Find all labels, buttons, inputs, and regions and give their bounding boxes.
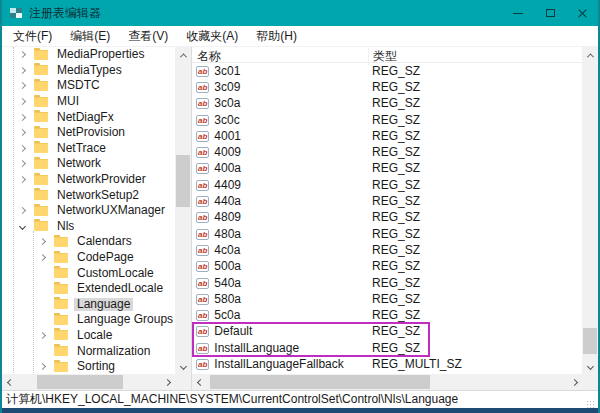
tree-item-network[interactable]: Network	[2, 156, 175, 172]
tree-item-label: Language	[74, 298, 133, 311]
tree-item-extendedlocale[interactable]: ExtendedLocale	[2, 281, 175, 297]
value-row-440a[interactable]: ab440aREG_SZ	[192, 193, 582, 209]
tree-item-netprovision[interactable]: NetProvision	[2, 125, 175, 141]
value-row-500a[interactable]: ab500aREG_SZ	[192, 259, 582, 275]
value-type: REG_SZ	[372, 293, 420, 306]
value-name: 400a	[214, 162, 241, 175]
tree-item-mui[interactable]: MUI	[2, 94, 175, 110]
scrollbar-corner	[582, 374, 598, 390]
scroll-left-arrow[interactable]	[192, 374, 208, 390]
tree-item-sorting[interactable]: Sorting	[2, 359, 175, 374]
resize-grip[interactable]	[586, 400, 594, 408]
scroll-down-arrow[interactable]	[175, 358, 191, 374]
chevron-collapsed-icon[interactable]	[20, 115, 34, 120]
value-row-default[interactable]: abDefaultREG_SZ	[192, 324, 582, 340]
chevron-collapsed-icon[interactable]	[20, 146, 34, 151]
value-row-400a[interactable]: ab400aREG_SZ	[192, 161, 582, 177]
tree-item-label: NetworkProvider	[54, 173, 149, 186]
scrollbar-thumb[interactable]	[583, 328, 597, 354]
value-type: REG_SZ	[372, 114, 420, 127]
value-name: 3c01	[214, 65, 240, 78]
chevron-collapsed-icon[interactable]	[40, 364, 54, 369]
chevron-collapsed-icon[interactable]	[20, 161, 34, 166]
close-button[interactable]	[566, 0, 598, 26]
menu-view[interactable]: 查看(V)	[119, 26, 177, 47]
minimize-icon	[513, 13, 523, 14]
string-value-icon: ab	[196, 147, 209, 158]
folder-icon	[54, 284, 68, 294]
tree-item-calendars[interactable]: Calendars	[2, 234, 175, 250]
chevron-collapsed-icon[interactable]	[40, 239, 54, 244]
value-row-540a[interactable]: ab540aREG_SZ	[192, 275, 582, 291]
chevron-collapsed-icon[interactable]	[20, 52, 34, 57]
value-row-580a[interactable]: ab580aREG_SZ	[192, 291, 582, 307]
tree-item-networkprovider[interactable]: NetworkProvider	[2, 172, 175, 188]
chevron-collapsed-icon[interactable]	[40, 333, 54, 338]
chevron-collapsed-icon[interactable]	[20, 83, 34, 88]
menu-help[interactable]: 帮助(H)	[247, 26, 306, 47]
string-value-icon: ab	[196, 98, 209, 109]
tree-item-mediatypes[interactable]: MediaTypes	[2, 63, 175, 79]
tree-item-netdiagfx[interactable]: NetDiagFx	[2, 109, 175, 125]
maximize-button[interactable]	[534, 0, 566, 26]
value-row-4809[interactable]: ab4809REG_SZ	[192, 210, 582, 226]
tree-item-label: NetworkUXManager	[54, 204, 168, 217]
list-vertical-scrollbar[interactable]	[582, 47, 598, 374]
chevron-collapsed-icon[interactable]	[40, 255, 54, 260]
values-list-panel: 名称 类型 ab3c01REG_SZab3c09REG_SZab3c0aREG_…	[192, 47, 598, 390]
value-row-3c09[interactable]: ab3c09REG_SZ	[192, 79, 582, 95]
tree-item-nettrace[interactable]: NetTrace	[2, 141, 175, 157]
scrollbar-thumb[interactable]	[210, 375, 430, 389]
list-horizontal-scrollbar[interactable]	[192, 374, 582, 390]
minimize-button[interactable]	[502, 0, 534, 26]
value-row-installlanguage[interactable]: abInstallLanguageREG_SZ	[192, 340, 582, 356]
scroll-up-arrow[interactable]	[175, 47, 191, 63]
tree-horizontal-scrollbar[interactable]	[2, 374, 175, 390]
scrollbar-thumb[interactable]	[176, 155, 190, 207]
tree-item-language[interactable]: Language	[2, 297, 175, 313]
tree-item-nls[interactable]: Nls	[2, 219, 175, 235]
value-row-4c0a[interactable]: ab4c0aREG_SZ	[192, 242, 582, 258]
tree-item-normalization[interactable]: Normalization	[2, 343, 175, 359]
chevron-collapsed-icon[interactable]	[20, 99, 34, 104]
value-row-3c0a[interactable]: ab3c0aREG_SZ	[192, 96, 582, 112]
value-row-4009[interactable]: ab4009REG_SZ	[192, 144, 582, 160]
tree-vertical-scrollbar[interactable]	[175, 47, 191, 374]
tree-item-networksetup2[interactable]: NetworkSetup2	[2, 187, 175, 203]
value-row-3c0c[interactable]: ab3c0cREG_SZ	[192, 112, 582, 128]
value-row-5c0a[interactable]: ab5c0aREG_SZ	[192, 307, 582, 323]
scroll-left-arrow[interactable]	[2, 374, 18, 390]
string-value-icon: ab	[196, 278, 209, 289]
chevron-expanded-icon[interactable]	[20, 224, 34, 229]
value-row-4001[interactable]: ab4001REG_SZ	[192, 128, 582, 144]
tree-item-customlocale[interactable]: CustomLocale	[2, 265, 175, 281]
tree-item-language-groups[interactable]: Language Groups	[2, 312, 175, 328]
tree-item-networkuxmanager[interactable]: NetworkUXManager	[2, 203, 175, 219]
tree-item-mediaproperties[interactable]: MediaProperties	[2, 47, 175, 63]
value-type: REG_SZ	[372, 260, 420, 273]
scroll-right-arrow[interactable]	[159, 374, 175, 390]
window-title: 注册表编辑器	[29, 5, 101, 22]
menu-edit[interactable]: 编辑(E)	[61, 26, 119, 47]
scrollbar-thumb[interactable]	[37, 375, 123, 389]
value-name: InstallLanguage	[214, 342, 299, 355]
value-row-3c01[interactable]: ab3c01REG_SZ	[192, 63, 582, 79]
tree-item-codepage[interactable]: CodePage	[2, 250, 175, 266]
scroll-right-arrow[interactable]	[566, 374, 582, 390]
tree-item-label: MediaProperties	[54, 48, 147, 61]
menu-favorites[interactable]: 收藏夹(A)	[177, 26, 247, 47]
tree-item-locale[interactable]: Locale	[2, 328, 175, 344]
value-name: 4809	[214, 211, 241, 224]
chevron-collapsed-icon[interactable]	[20, 130, 34, 135]
chevron-collapsed-icon[interactable]	[20, 208, 34, 213]
value-row-480a[interactable]: ab480aREG_SZ	[192, 226, 582, 242]
value-type: REG_SZ	[372, 81, 420, 94]
scroll-down-arrow[interactable]	[582, 358, 598, 374]
scroll-up-arrow[interactable]	[582, 47, 598, 63]
menu-file[interactable]: 文件(F)	[4, 26, 61, 47]
tree-item-msdtc[interactable]: MSDTC	[2, 78, 175, 94]
value-row-installlanguagefallback[interactable]: abInstallLanguageFallbackREG_MULTI_SZ	[192, 356, 582, 372]
chevron-collapsed-icon[interactable]	[20, 68, 34, 73]
value-row-4409[interactable]: ab4409REG_SZ	[192, 177, 582, 193]
chevron-collapsed-icon[interactable]	[20, 177, 34, 182]
